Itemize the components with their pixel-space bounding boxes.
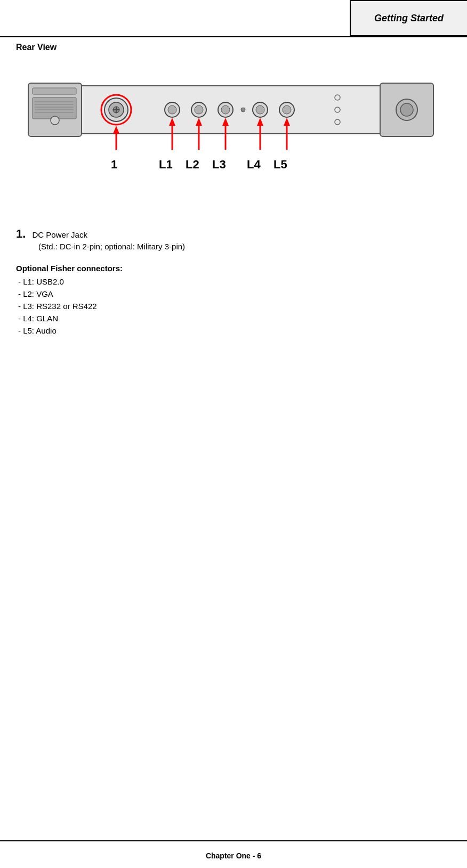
getting-started-tab: Getting Started: [350, 0, 467, 36]
diagram-container: 1 L1 L2 L3 L4 L5: [16, 62, 446, 211]
svg-point-26: [241, 108, 245, 112]
footer-text: Chapter One - 6: [0, 851, 467, 860]
svg-rect-3: [33, 98, 76, 119]
svg-point-25: [283, 106, 291, 114]
bottom-border-line: [0, 840, 467, 841]
svg-text:L1: L1: [159, 158, 173, 171]
item-1-title: DC Power Jack: [33, 230, 87, 239]
svg-point-17: [168, 106, 176, 114]
list-item: - L3: RS232 or RS422: [16, 302, 446, 311]
item-1-number: 1.: [16, 227, 26, 240]
connector-list: - L1: USB2.0 - L2: VGA - L3: RS232 or RS…: [16, 277, 446, 335]
rear-view-diagram: 1 L1 L2 L3 L4 L5: [23, 62, 439, 211]
svg-point-23: [256, 106, 264, 114]
svg-point-21: [221, 106, 230, 114]
main-content: Rear View: [0, 0, 467, 370]
list-item: - L1: USB2.0: [16, 277, 446, 286]
svg-point-32: [400, 103, 413, 116]
svg-text:L3: L3: [212, 158, 226, 171]
item-1-block: 1. DC Power Jack (Std.: DC-in 2-pin; opt…: [16, 227, 446, 251]
svg-text:L2: L2: [186, 158, 199, 171]
item-1-subtitle: (Std.: DC-in 2-pin; optional: Military 3…: [38, 242, 446, 251]
svg-text:L4: L4: [247, 158, 261, 171]
optional-section-title: Optional Fisher connectors:: [16, 264, 446, 273]
svg-point-4: [51, 116, 59, 125]
svg-point-19: [195, 106, 203, 114]
list-item: - L5: Audio: [16, 326, 446, 335]
list-item: - L4: GLAN: [16, 314, 446, 323]
section-title: Rear View: [16, 43, 446, 52]
tab-label: Getting Started: [374, 13, 444, 24]
svg-text:L5: L5: [273, 158, 287, 171]
svg-text:1: 1: [111, 158, 117, 171]
list-item: - L2: VGA: [16, 289, 446, 298]
svg-rect-2: [33, 88, 76, 94]
top-border-line: [0, 36, 467, 37]
